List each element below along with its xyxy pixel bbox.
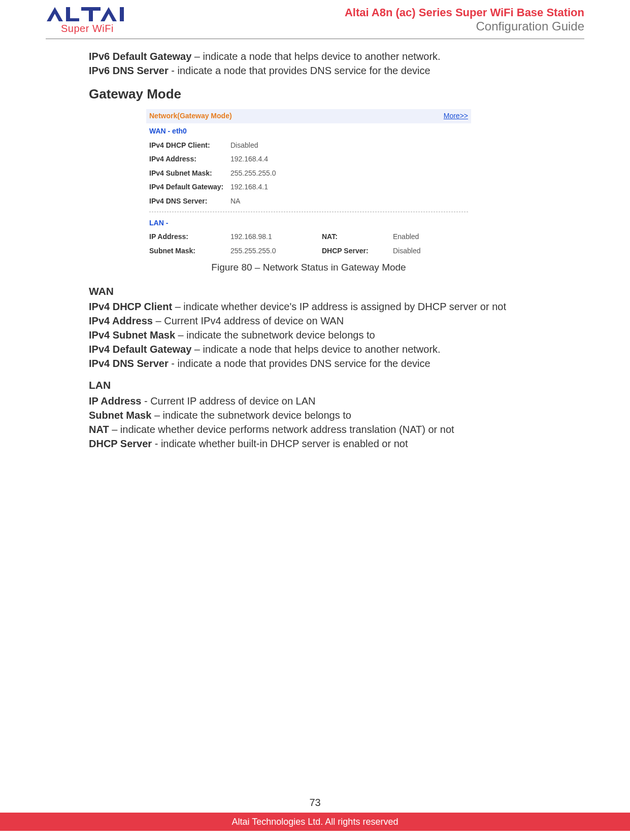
wan-item: IPv4 Default Gateway – indicate a node t… [89,342,528,356]
desc: - indicate a node that provides DNS serv… [169,358,430,369]
wan-item: IPv4 DHCP Client – indicate whether devi… [89,299,528,314]
wan-heading: WAN [89,284,528,298]
desc: – indicate whether device performs netwo… [109,424,454,435]
footer-copyright: Altai Technologies Ltd. All rights reser… [0,813,630,831]
term: DHCP Server [89,438,152,449]
svg-marker-3 [81,7,101,21]
page-number: 73 [0,797,630,809]
term: IPv4 Subnet Mask [89,329,175,341]
desc: - Current IP address of device on LAN [141,395,315,407]
desc: – indicate a node that helps device to a… [191,344,440,355]
desc: - indicate whether built-in DHCP server … [152,438,408,449]
wan-item: IPv4 DNS Server - indicate a node that p… [89,356,528,371]
term: IPv4 Address [89,315,153,326]
lan-nat-label: NAT: [322,232,393,242]
term: IPv6 Default Gateway [89,51,191,62]
row-label: IPv4 DNS Server: [149,196,230,207]
row-value: 255.255.255.0 [230,169,276,179]
term: IPv4 DHCP Client [89,301,172,312]
lan-item: Subnet Mask – indicate the subnetwork de… [89,408,528,422]
altai-logo-icon [46,6,142,24]
wan-row: IPv4 Address: 192.168.4.4 [146,152,471,166]
panel-title: Network(Gateway Mode) [149,111,232,121]
intro-ipv6-dns: IPv6 DNS Server - indicate a node that p… [89,63,528,78]
row-value: 192.168.4.1 [230,182,268,192]
header-titles: Altai A8n (ac) Series Super WiFi Base St… [345,6,584,33]
lan-item: IP Address - Current IP address of devic… [89,394,528,408]
wan-row: IPv4 DHCP Client: Disabled [146,139,471,153]
svg-marker-0 [47,7,63,21]
wan-item: IPv4 Address – Current IPv4 address of d… [89,314,528,328]
wan-row: IPv4 Subnet Mask: 255.255.255.0 [146,166,471,181]
row-value: Disabled [230,141,258,151]
lan-nat-value: Enabled [393,232,454,242]
lan-ip-label: IP Address: [149,232,230,242]
svg-rect-2 [66,18,79,21]
desc: - indicate a node that provides DNS serv… [169,65,430,76]
desc: – indicate the subnetwork device belongs… [151,410,351,421]
lan-ip-value: 192.168.98.1 [230,232,322,242]
term: IPv4 DNS Server [89,358,169,369]
desc: – indicate the subnetwork device belongs… [175,329,375,341]
term: Subnet Mask [89,410,151,421]
term: NAT [89,424,109,435]
lan-item: NAT – indicate whether device performs n… [89,422,528,436]
page-content: IPv6 Default Gateway – indicate a node t… [0,39,630,451]
lan-grid: IP Address: 192.168.98.1 NAT: Enabled Su… [146,230,471,260]
term: IP Address [89,395,141,407]
page-header: Super WiFi Altai A8n (ac) Series Super W… [0,0,630,35]
lan-item: DHCP Server - indicate whether built-in … [89,436,528,451]
lan-subheading: LAN - [146,215,471,230]
section-heading-gateway-mode: Gateway Mode [89,85,528,103]
wan-subheading: WAN - eth0 [146,123,471,139]
desc: – indicate a node that helps device to a… [191,51,440,62]
lan-dhcp-label: DHCP Server: [322,246,393,256]
term: IPv4 Default Gateway [89,344,191,355]
panel-header: Network(Gateway Mode) More>> [146,109,471,123]
wan-row: IPv4 DNS Server: NA [146,194,471,209]
row-value: NA [230,196,240,207]
row-label: IPv4 Default Gateway: [149,182,230,192]
doc-title-type: Configuration Guide [345,19,584,33]
figure-caption: Figure 80 – Network Status in Gateway Mo… [89,261,528,275]
brand-logo: Super WiFi [46,6,142,35]
wan-row: IPv4 Default Gateway: 192.168.4.1 [146,180,471,194]
wan-item: IPv4 Subnet Mask – indicate the subnetwo… [89,328,528,342]
lan-mask-label: Subnet Mask: [149,246,230,256]
doc-title-product: Altai A8n (ac) Series Super WiFi Base St… [345,6,584,19]
desc: – Current IPv4 address of device on WAN [153,315,344,326]
panel-divider [149,212,468,212]
lan-dhcp-value: Disabled [393,246,454,256]
lan-heading: LAN [89,378,528,392]
term: IPv6 DNS Server [89,65,169,76]
lan-mask-value: 255.255.255.0 [230,246,322,256]
intro-ipv6-gateway: IPv6 Default Gateway – indicate a node t… [89,49,528,63]
row-label: IPv4 Subnet Mask: [149,169,230,179]
network-status-panel: Network(Gateway Mode) More>> WAN - eth0 … [146,109,471,260]
more-link[interactable]: More>> [444,111,468,121]
svg-marker-4 [101,7,117,21]
row-label: IPv4 DHCP Client: [149,141,230,151]
row-label: IPv4 Address: [149,154,230,164]
logo-subtitle: Super WiFi [61,23,114,35]
row-value: 192.168.4.4 [230,154,268,164]
desc: – indicate whether device's IP address i… [172,301,506,312]
svg-rect-5 [120,7,124,21]
